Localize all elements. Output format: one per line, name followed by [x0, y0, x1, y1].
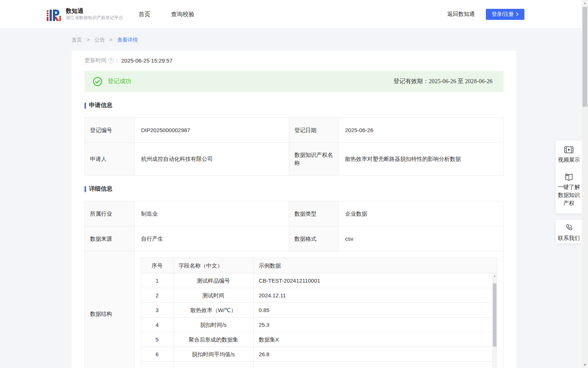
breadcrumb-home[interactable]: 首页: [72, 37, 82, 43]
login-register-button[interactable]: 登录/注册: [486, 9, 524, 20]
video-label: 视频展示: [556, 156, 582, 164]
login-button-label: 登录/注册: [492, 11, 514, 18]
guide-item[interactable]: 一键了解数据知识产权: [556, 173, 582, 207]
cell-field-name: 测试时间: [173, 288, 254, 303]
table-row: 2 测试时间 2024.12.11: [141, 288, 497, 303]
table-row: 3 散热效率（W/℃） 0.85: [141, 303, 497, 318]
nav-item-home[interactable]: 首页: [139, 0, 150, 29]
field-value: 2025-06-26: [338, 118, 503, 143]
book-icon: [564, 173, 574, 181]
field-label: 数据来源: [85, 226, 135, 251]
breadcrumb-announcement[interactable]: 公告: [94, 37, 105, 43]
field-label: 数据结构: [85, 251, 135, 368]
contact-label: 联系我们: [556, 234, 582, 242]
phone-icon: [564, 223, 573, 232]
cell-field-name: 测试样品编号: [173, 273, 254, 288]
field-label: 申请人: [85, 143, 135, 176]
field-label: 登记编号: [85, 118, 135, 143]
validity-value: 2025-06-26 至 2028-06-26: [429, 78, 492, 84]
table-row: 申请人 杭州成控自动化科技有限公司 数据知识产权名称 散热效率对塑壳断路器脱扣特…: [85, 143, 503, 176]
field-value: 企业数据: [338, 201, 503, 226]
section-title-text: 申请信息: [89, 102, 112, 109]
field-value: 杭州成控自动化科技有限公司: [135, 143, 289, 176]
validity-label: 登记有效期：: [394, 78, 429, 84]
field-label: 数据类型: [289, 201, 338, 226]
field-value: 自行产生: [135, 226, 289, 251]
cell-field-name: 聚合后形成的数据集: [173, 332, 254, 347]
validity-period: 登记有效期：2025-06-26 至 2028-06-26: [394, 78, 492, 85]
column-header: 示例数据: [254, 258, 497, 273]
scrollbar-up-icon[interactable]: ▲: [582, 1, 588, 5]
cell-field-name: 脱扣时间平均值/s: [173, 347, 254, 362]
data-structure-cell: 序号 字段名称（中文） 示例数据 1 测试样品编号 CB-TEST-202412…: [135, 251, 503, 368]
help-icon[interactable]: ?: [108, 58, 114, 63]
float-panel-tools: 视频展示 一键了解数据知识产权: [556, 141, 582, 213]
breadcrumb-separator: >: [110, 37, 112, 43]
breadcrumb-current: 查看详情: [117, 37, 138, 43]
table-row: 数据来源 自行产生 数据格式 csv: [85, 226, 503, 251]
column-header: 字段名称（中文）: [173, 258, 254, 273]
update-time-value: 2025-06-25 15:29:57: [121, 57, 172, 64]
breadcrumb: 首页 > 公告 > 查看详情: [72, 29, 516, 43]
cell-sample: CB-TEST-202412110001: [254, 273, 497, 288]
cell-sample: 2024.12.11: [254, 288, 497, 303]
cell-sample: 25.3: [254, 318, 497, 332]
field-label: 数据知识产权名称: [289, 143, 338, 176]
table-row: 6 脱扣时间平均值/s 26.8: [141, 347, 497, 362]
section-marker: [85, 186, 86, 192]
cell-sample: 数据集X: [254, 332, 497, 347]
table-row-data-structure: 数据结构 序号 字段名称（中文） 示例数据: [85, 251, 503, 368]
cell-field-name: 脱扣时间/s: [173, 318, 254, 332]
nav-item-query-verify[interactable]: 查询校验: [171, 0, 194, 29]
success-banner: 登记成功 登记有效期：2025-06-26 至 2028-06-26: [85, 71, 503, 92]
data-structure-table-wrap: 序号 字段名称（中文） 示例数据 1 测试样品编号 CB-TEST-202412…: [141, 258, 497, 368]
field-label: 登记日期: [289, 118, 338, 143]
cell-index: 3: [141, 303, 173, 318]
section-title-application: 申请信息: [85, 102, 503, 109]
table-row: 4 脱扣时间/s 25.3: [141, 318, 497, 332]
cell-field-name: 散热效率（W/℃）: [173, 303, 254, 318]
status-text: 登记成功: [108, 78, 131, 85]
field-value: DIP2025000002987: [135, 118, 289, 143]
detail-card: 更新时间 ? ： 2025-06-25 15:29:57 登记成功 登记有效期：…: [72, 51, 516, 368]
table-row: 所属行业 制造业 数据类型 企业数据: [85, 201, 503, 226]
table-row: 5 聚合后形成的数据集 数据集X: [141, 332, 497, 347]
cell-sample: 0.85: [254, 303, 497, 318]
update-time-label: 更新时间: [85, 57, 107, 64]
video-icon: [564, 146, 574, 154]
panel-divider: [561, 169, 577, 169]
field-value: 散热效率对塑壳断路器脱扣特性的影响分析数据: [338, 143, 503, 176]
field-label: 数据格式: [289, 226, 338, 251]
app-title: 数知通: [66, 7, 123, 15]
field-value: 制造业: [135, 201, 289, 226]
chevron-right-icon: [516, 12, 519, 16]
scroll-up-icon[interactable]: ▲: [492, 274, 497, 278]
back-link[interactable]: 返回数知通: [447, 11, 475, 18]
top-bar: 数知通 浙江省数据知识产权登记平台 首页 查询校验 返回数知通 登录/注册: [0, 0, 588, 29]
table-row: 登记编号 DIP2025000002987 登记日期 2025-06-26: [85, 118, 503, 143]
section-title-detail: 详细信息: [85, 185, 503, 193]
logo[interactable]: 数知通 浙江省数据知识产权登记平台: [46, 7, 123, 22]
application-info-table: 登记编号 DIP2025000002987 登记日期 2025-06-26 申请…: [85, 117, 503, 176]
scrollbar-down-icon[interactable]: ▼: [582, 363, 588, 367]
cell-index: 4: [141, 318, 173, 332]
main-nav: 首页 查询校验: [139, 0, 215, 29]
cell-index: 2: [141, 288, 173, 303]
logo-icon: [46, 7, 61, 22]
cell-index: 6: [141, 347, 173, 362]
page-scrollbar-thumb[interactable]: [582, 7, 587, 107]
page-scrollbar[interactable]: ▲ ▼: [582, 0, 588, 368]
cell-index: 5: [141, 332, 173, 347]
inner-scrollbar-thumb[interactable]: [493, 283, 496, 347]
field-value: csv: [338, 226, 503, 251]
table-header-row: 序号 字段名称（中文） 示例数据: [141, 258, 497, 273]
inner-table-scrollbar[interactable]: ▲: [492, 273, 497, 368]
data-structure-table: 序号 字段名称（中文） 示例数据 1 测试样品编号 CB-TEST-202412…: [141, 258, 497, 368]
video-showcase-item[interactable]: 视频展示: [556, 146, 582, 164]
table-row: [141, 362, 497, 368]
field-label: 所属行业: [85, 201, 135, 226]
float-panel-contact[interactable]: 联系我们: [556, 220, 582, 243]
column-header: 序号: [141, 258, 173, 273]
update-time-colon: ：: [114, 57, 120, 64]
success-check-icon: [93, 77, 103, 86]
